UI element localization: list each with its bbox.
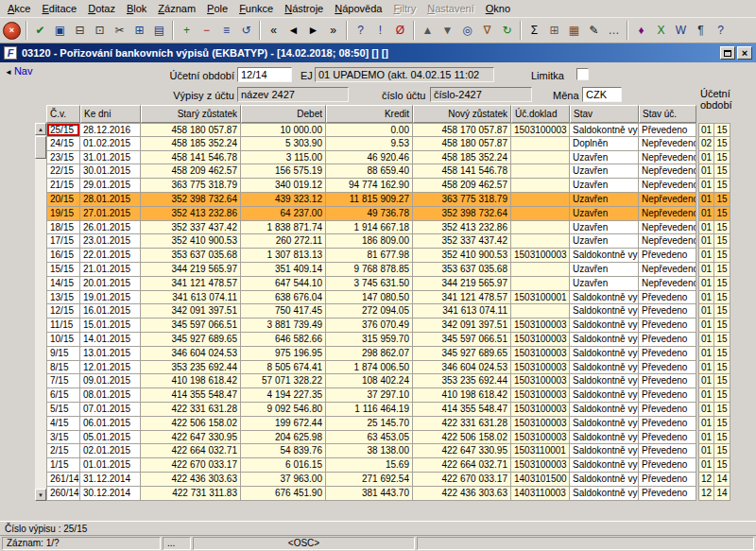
cell-novy[interactable]: 341 121 478.57 <box>413 291 511 305</box>
calendar-icon[interactable]: ▦ <box>564 21 584 41</box>
cancel-query-icon[interactable]: Ø <box>390 21 410 41</box>
cell-novy[interactable]: 341 613 074.11 <box>413 304 511 319</box>
cell-stav[interactable]: Saldokontně vyrovr <box>570 333 639 347</box>
cell-ob1[interactable]: 01 <box>698 249 714 263</box>
cell-kedni[interactable]: 28.12.2016 <box>80 123 141 137</box>
cell-stav[interactable]: Uzavřen <box>570 234 639 249</box>
cell-debet[interactable]: 1 307 813.13 <box>241 249 326 263</box>
cell-ob2[interactable]: 15 <box>714 403 730 417</box>
table-row[interactable]: 19/1527.01.2015352 413 232.8664 237.0049… <box>46 207 730 221</box>
cell-novy[interactable]: 458 180 057.87 <box>413 137 511 151</box>
cell-stav[interactable]: Saldokontně vyrovr <box>570 388 639 403</box>
cell-cv[interactable]: 11/15 <box>46 319 80 333</box>
export-excel-icon[interactable]: X <box>651 21 671 41</box>
table-row[interactable]: 1/1501.01.2015422 670 033.176 016.1515.6… <box>46 458 730 473</box>
cell-stary[interactable]: 458 141 546.78 <box>141 151 241 165</box>
cell-kedni[interactable]: 05.01.2015 <box>80 431 141 445</box>
cell-stavuc[interactable]: Převedeno <box>639 319 696 333</box>
nav-panel-toggle[interactable]: ◄Nav <box>5 65 32 77</box>
cell-doklad[interactable]: 1503110001 <box>511 444 570 458</box>
cell-stary[interactable]: 422 670 033.17 <box>141 458 241 473</box>
cell-stavuc[interactable]: Převedeno <box>639 431 696 445</box>
cell-ob2[interactable]: 14 <box>714 473 730 487</box>
cell-doklad[interactable]: 1403101500 <box>511 473 570 487</box>
cut-icon[interactable]: ✂ <box>110 21 129 41</box>
cell-kredit[interactable]: 381 443.70 <box>326 487 413 501</box>
cell-doklad[interactable]: 1503100003 <box>511 319 570 333</box>
cell-stav[interactable]: Uzavřen <box>570 221 639 235</box>
cell-stary[interactable]: 342 091 397.51 <box>141 304 241 319</box>
cell-ob1[interactable]: 01 <box>698 304 714 319</box>
print-preview-icon[interactable]: ⊡ <box>90 21 110 41</box>
cell-kedni[interactable]: 30.12.2014 <box>80 487 141 501</box>
editor-icon[interactable]: ✎ <box>584 21 604 41</box>
cell-stary[interactable]: 341 613 074.11 <box>141 291 241 305</box>
cell-debet[interactable]: 4 194 227.35 <box>241 388 326 403</box>
cell-stary[interactable]: 346 604 024.53 <box>141 347 241 361</box>
col-header-stary[interactable]: Starý zůstatek <box>141 105 241 123</box>
cell-ob2[interactable]: 15 <box>714 431 730 445</box>
cell-debet[interactable]: 64 237.00 <box>241 207 326 221</box>
cell-kedni[interactable]: 31.01.2015 <box>80 151 141 165</box>
table-row[interactable]: 3/1505.01.2015422 647 330.95204 625.9863… <box>46 431 730 445</box>
cell-novy[interactable]: 352 337 437.42 <box>413 234 511 249</box>
cell-kredit[interactable]: 1 914 667.18 <box>326 221 413 235</box>
cell-stary[interactable]: 422 331 631.28 <box>141 403 241 417</box>
col-header-doklad[interactable]: Úč.doklad <box>511 105 570 123</box>
paste-icon[interactable]: ▤ <box>149 21 169 41</box>
cell-kredit[interactable]: 108 402.24 <box>326 374 413 388</box>
cell-stavuc[interactable]: Převedeno <box>639 249 696 263</box>
cell-kredit[interactable]: 1 116 464.19 <box>326 403 413 417</box>
cell-debet[interactable]: 54 839.76 <box>241 444 326 458</box>
cell-kredit[interactable]: 38 138.00 <box>326 444 413 458</box>
cell-stav[interactable]: Uzavřen <box>570 193 639 207</box>
cell-kedni[interactable]: 07.01.2015 <box>80 403 141 417</box>
cell-novy[interactable]: 410 198 618.42 <box>413 388 511 403</box>
cell-stavuc[interactable]: Převedeno <box>639 473 696 487</box>
cell-ob2[interactable]: 15 <box>714 249 730 263</box>
table-row[interactable]: 21/1529.01.2015363 775 318.79340 019.129… <box>46 179 730 193</box>
cell-stav[interactable]: Saldokontně vyrovr <box>570 431 639 445</box>
cell-stavuc[interactable]: Nepřevedeno <box>639 277 696 291</box>
execute-query-icon[interactable]: ! <box>370 21 390 41</box>
cell-ob1[interactable]: 01 <box>698 291 714 305</box>
col-header-stav[interactable]: Stav <box>570 105 639 123</box>
cell-ob1[interactable]: 01 <box>698 403 714 417</box>
table-row[interactable]: 11/1515.01.2015345 597 066.513 881 739.4… <box>46 319 730 333</box>
cell-debet[interactable]: 9 092 546.80 <box>241 403 326 417</box>
cell-cv[interactable]: 7/15 <box>46 374 80 388</box>
cell-kedni[interactable]: 01.01.2015 <box>80 458 141 473</box>
table-row[interactable]: 17/1523.01.2015352 410 900.53260 272.111… <box>46 234 730 249</box>
cell-doklad[interactable]: 1503100003 <box>511 403 570 417</box>
cell-stary[interactable]: 422 731 311.83 <box>141 487 241 501</box>
cell-debet[interactable]: 439 323.12 <box>241 193 326 207</box>
cell-debet[interactable]: 638 676.04 <box>241 291 326 305</box>
cell-novy[interactable]: 458 185 352.24 <box>413 151 511 165</box>
cell-stav[interactable]: Uzavřen <box>570 277 639 291</box>
cell-kedni[interactable]: 12.01.2015 <box>80 361 141 375</box>
table-row[interactable]: 22/1530.01.2015458 209 462.57156 575.198… <box>46 164 730 179</box>
last-record-icon[interactable]: » <box>323 21 343 41</box>
table-row[interactable]: 20/1528.01.2015352 398 732.64439 323.121… <box>46 193 730 207</box>
cell-stav[interactable]: Saldokontně vyrovr <box>570 417 639 431</box>
cell-stav[interactable]: Saldokontně vyrovr <box>570 403 639 417</box>
cell-kredit[interactable]: 147 080.50 <box>326 291 413 305</box>
cell-kedni[interactable]: 06.01.2015 <box>80 417 141 431</box>
cell-kedni[interactable]: 15.01.2015 <box>80 319 141 333</box>
table-row[interactable]: 18/1526.01.2015352 337 437.421 838 871.7… <box>46 221 730 235</box>
cell-stav[interactable]: Saldokontně vyrovr <box>570 123 639 137</box>
save-icon[interactable]: ▣ <box>50 21 70 41</box>
table-row[interactable]: 260/1430.12.2014422 731 311.83676 451.90… <box>46 487 730 501</box>
cell-ob2[interactable]: 15 <box>714 193 730 207</box>
table-row[interactable]: 23/1531.01.2015458 141 546.783 115.0046 … <box>46 151 730 165</box>
cell-kredit[interactable]: 46 920.46 <box>326 151 413 165</box>
cell-stary[interactable]: 422 506 158.02 <box>141 417 241 431</box>
currency-field[interactable]: CZK <box>582 87 622 102</box>
cell-doklad[interactable]: 1403110003 <box>511 487 570 501</box>
cell-ob2[interactable]: 15 <box>714 179 730 193</box>
cell-doklad[interactable] <box>511 234 570 249</box>
scroll-down-button[interactable]: ▼ <box>35 489 46 501</box>
cell-cv[interactable]: 260/14 <box>46 487 80 501</box>
table-row[interactable]: 12/1516.01.2015342 091 397.51750 417.452… <box>46 304 730 319</box>
statements-account-field[interactable]: název 2427 <box>237 87 349 102</box>
